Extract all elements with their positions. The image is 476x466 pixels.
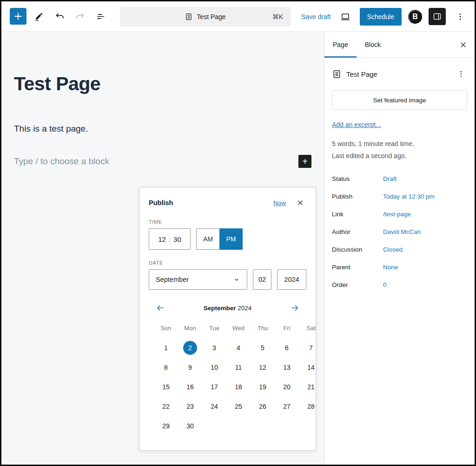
previous-month-button[interactable]	[155, 303, 165, 313]
calendar-day-29[interactable]: 29	[154, 416, 178, 436]
pencil-icon	[34, 11, 44, 21]
time-input[interactable]: 12 : 30	[149, 228, 191, 250]
command-search-bar[interactable]: Test Page ⌘K	[120, 7, 291, 27]
list-view-icon	[95, 11, 106, 22]
tab-block[interactable]: Block	[357, 32, 389, 57]
calendar-day-27[interactable]: 27	[275, 397, 299, 416]
calendar-day-17[interactable]: 17	[202, 377, 226, 397]
attribute-value[interactable]: Closed	[383, 246, 403, 253]
schedule-button[interactable]: Schedule	[360, 8, 402, 26]
calendar-day-2[interactable]: 2	[178, 338, 202, 358]
page-actions-button[interactable]	[455, 68, 467, 80]
year-input[interactable]: 2024	[277, 269, 306, 290]
calendar-day-6[interactable]: 6	[275, 338, 299, 358]
settings-panel-toggle[interactable]	[429, 8, 446, 25]
attribute-label: Status	[332, 175, 383, 182]
calendar-weekday-row: SunMonTueWedThuFriSat	[149, 321, 306, 337]
attribute-value[interactable]: Today at 12:30 pm	[383, 193, 435, 200]
calendar-day-5[interactable]: 5	[251, 338, 275, 358]
attribute-value[interactable]: Draft	[383, 175, 397, 182]
search-document-title: Test Page	[197, 13, 225, 20]
calendar-day-22[interactable]: 22	[154, 397, 178, 416]
pm-button[interactable]: PM	[219, 228, 243, 250]
attribute-row-order: Order0	[332, 281, 467, 288]
block-placeholder-text[interactable]: Type / to choose a block	[14, 156, 109, 166]
document-icon	[185, 13, 193, 21]
calendar-day-9[interactable]: 9	[178, 358, 202, 377]
redo-button[interactable]	[72, 8, 88, 24]
month-select-value: September	[156, 276, 233, 283]
add-excerpt-link[interactable]: Add an excerpt...	[332, 121, 381, 128]
calendar-day-13[interactable]: 13	[275, 358, 299, 377]
redo-icon	[75, 11, 86, 22]
add-block-button[interactable]: +	[298, 155, 311, 168]
site-plugin-logo-button[interactable]: B	[408, 10, 422, 24]
attribute-row-author: AuthorDavid McCan	[332, 228, 467, 235]
calendar-day-21[interactable]: 21	[299, 377, 323, 397]
month-select[interactable]: September	[149, 269, 247, 290]
laptop-icon	[340, 11, 351, 22]
block-appender-row: Type / to choose a block +	[14, 155, 311, 168]
calendar-day-28[interactable]: 28	[299, 397, 323, 416]
minutes-value[interactable]: 30	[173, 235, 181, 243]
editor-toolbar: Test Page ⌘K Save draft Schedule B	[1, 1, 475, 32]
sidebar-doc-title: Test Page	[346, 70, 450, 78]
calendar-day-16[interactable]: 16	[178, 377, 202, 397]
calendar-day-24[interactable]: 24	[202, 397, 226, 416]
calendar-day-20[interactable]: 20	[275, 377, 299, 397]
settings-sidebar: Page Block Test Page Set featured image …	[324, 32, 475, 465]
calendar-day-23[interactable]: 23	[178, 397, 202, 416]
calendar-day-18[interactable]: 18	[226, 377, 251, 397]
weekday-label: Thu	[251, 321, 275, 337]
close-icon	[296, 199, 304, 207]
weekday-label: Tue	[202, 321, 226, 337]
page-attributes: StatusDraftPublishToday at 12:30 pmLink/…	[332, 175, 467, 288]
save-draft-button[interactable]: Save draft	[301, 13, 331, 20]
calendar-day-1[interactable]: 1	[154, 338, 178, 358]
arrow-left-icon	[155, 303, 165, 313]
attribute-value[interactable]: 0	[383, 281, 387, 288]
wordpress-editor-window: Test Page ⌘K Save draft Schedule B Test …	[0, 0, 476, 466]
attribute-label: Order	[332, 281, 383, 288]
now-button[interactable]: Now	[273, 200, 286, 206]
calendar-day-14[interactable]: 14	[299, 358, 323, 377]
calendar-day-11[interactable]: 11	[226, 358, 251, 377]
calendar-day-25[interactable]: 25	[226, 397, 251, 416]
calendar-day-19[interactable]: 19	[251, 377, 275, 397]
next-month-button[interactable]	[290, 303, 300, 313]
calendar-day-3[interactable]: 3	[202, 338, 226, 358]
calendar-day-26[interactable]: 26	[251, 397, 275, 416]
am-button[interactable]: AM	[196, 228, 219, 250]
tab-page[interactable]: Page	[324, 32, 357, 57]
attribute-label: Discussion	[332, 246, 383, 253]
attribute-value[interactable]: David McCan	[383, 228, 421, 235]
attribute-value[interactable]: /test-page	[383, 211, 411, 218]
block-inserter-button[interactable]	[10, 8, 26, 25]
weekday-label: Sat	[299, 321, 323, 337]
edit-tool-button[interactable]	[31, 8, 47, 24]
close-icon	[459, 40, 468, 49]
calendar-day-8[interactable]: 8	[154, 358, 178, 377]
document-overview-button[interactable]	[93, 8, 108, 24]
post-title[interactable]: Test Page	[14, 73, 311, 95]
calendar-day-15[interactable]: 15	[154, 377, 178, 397]
calendar-day-12[interactable]: 12	[251, 358, 275, 377]
plus-icon	[13, 11, 23, 21]
attribute-row-publish: PublishToday at 12:30 pm	[332, 193, 467, 200]
set-featured-image-button[interactable]: Set featured image	[332, 90, 467, 110]
close-popover-button[interactable]	[294, 197, 306, 209]
post-paragraph[interactable]: This is a test page.	[14, 124, 311, 134]
day-input[interactable]: 02	[253, 269, 271, 290]
preview-button[interactable]	[337, 9, 353, 25]
close-sidebar-button[interactable]	[455, 37, 471, 53]
calendar-day-10[interactable]: 10	[202, 358, 226, 377]
am-pm-toggle: AM PM	[196, 228, 243, 250]
options-menu-button[interactable]	[452, 9, 468, 25]
calendar-day-7[interactable]: 7	[299, 338, 323, 358]
calendar-day-30[interactable]: 30	[178, 416, 202, 436]
attribute-row-status: StatusDraft	[332, 175, 467, 182]
calendar-day-4[interactable]: 4	[226, 338, 251, 358]
attribute-value[interactable]: None	[383, 264, 398, 271]
undo-button[interactable]	[52, 8, 67, 24]
hours-value[interactable]: 12	[158, 235, 166, 243]
